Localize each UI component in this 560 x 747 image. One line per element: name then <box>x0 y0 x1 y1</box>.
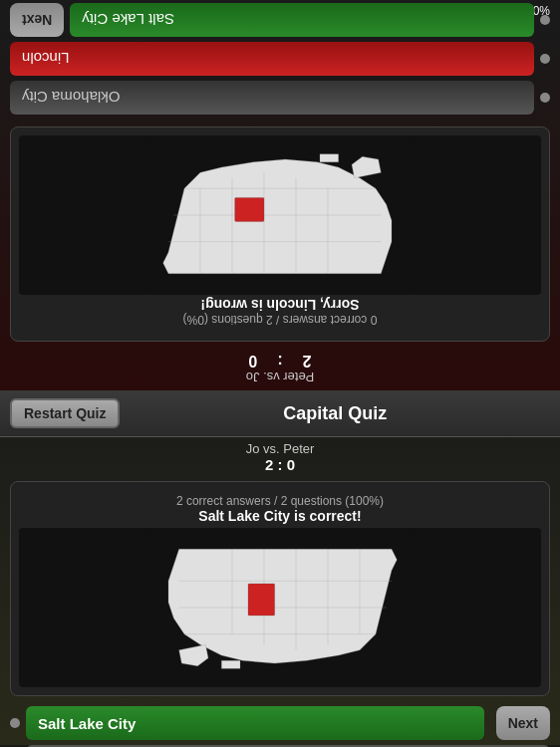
bottom-map-panel: 2 correct answers / 2 questions (100%) S… <box>10 481 550 696</box>
top-usa-map <box>19 135 541 295</box>
top-score-values: 2 : 0 <box>248 352 311 370</box>
bottom-next-button[interactable]: Next <box>496 706 550 740</box>
top-answer-row-3: Salt Lake City Next <box>10 3 550 37</box>
top-answer-buttons: Oklahoma City Lincoln Salt Lake City Nex… <box>0 0 560 123</box>
top-bullet-3 <box>540 15 550 25</box>
bottom-map-info: 2 correct answers / 2 questions (100%) S… <box>19 490 541 528</box>
top-score-text: 0 correct answers / 2 questions (0%) <box>19 313 541 327</box>
bottom-bullet-1 <box>10 718 20 728</box>
bottom-header: Restart Quiz Capital Quiz <box>0 390 560 437</box>
top-half-panel: Peter vs. Jo 2 : 0 0 correct answers / 2… <box>0 22 560 390</box>
quiz-title: Capital Quiz <box>120 403 550 424</box>
bottom-usa-map <box>19 528 541 687</box>
top-map-panel: 0 correct answers / 2 questions (0%) Sor… <box>10 126 550 342</box>
bottom-score-a: 2 <box>265 456 273 473</box>
bottom-half-panel: Restart Quiz Capital Quiz Jo vs. Peter 2… <box>0 390 560 745</box>
top-answer-slc[interactable]: Salt Lake City <box>70 3 534 37</box>
bottom-correct-score: 2 correct answers / 2 questions (100%) <box>19 494 541 508</box>
bottom-correct-text: Salt Lake City is correct! <box>19 508 541 524</box>
bottom-score-area: Jo vs. Peter 2 : 0 <box>0 437 560 477</box>
top-answer-lincoln[interactable]: Lincoln <box>10 42 534 76</box>
svg-rect-19 <box>248 584 275 616</box>
bottom-score-b: 0 <box>287 456 295 473</box>
top-score-players: Peter vs. Jo <box>246 370 315 384</box>
bottom-score-vs: : <box>278 456 283 473</box>
top-map-container <box>19 135 541 295</box>
bottom-score-values: 2 : 0 <box>0 456 560 473</box>
top-wrong-text: Sorry, Lincoln is wrong! <box>19 297 541 313</box>
bottom-answer-row-1: Salt Lake City Next <box>10 706 550 740</box>
svg-rect-9 <box>235 197 264 221</box>
top-answer-row-1: Oklahoma City <box>10 81 550 115</box>
top-score-vs: : <box>277 352 282 370</box>
top-map-info: 0 correct answers / 2 questions (0%) Sor… <box>19 295 541 333</box>
restart-quiz-button[interactable]: Restart Quiz <box>10 398 120 428</box>
top-score-display: Peter vs. Jo 2 : 0 <box>0 346 560 390</box>
top-answer-oklahoma[interactable]: Oklahoma City <box>10 81 534 115</box>
bottom-map-container <box>19 528 541 687</box>
top-score-b: 0 <box>248 352 257 370</box>
bottom-answer-slc[interactable]: Salt Lake City <box>26 706 484 740</box>
top-bullet-1 <box>540 93 550 103</box>
bottom-score-players: Jo vs. Peter <box>0 441 560 456</box>
top-bullet-2 <box>540 54 550 64</box>
top-answer-row-2: Lincoln <box>10 42 550 76</box>
bottom-answer-buttons: Salt Lake City Next Lincoln Oklahoma Cit… <box>0 700 560 747</box>
top-next-button[interactable]: Next <box>10 3 64 37</box>
top-score-a: 2 <box>303 352 312 370</box>
